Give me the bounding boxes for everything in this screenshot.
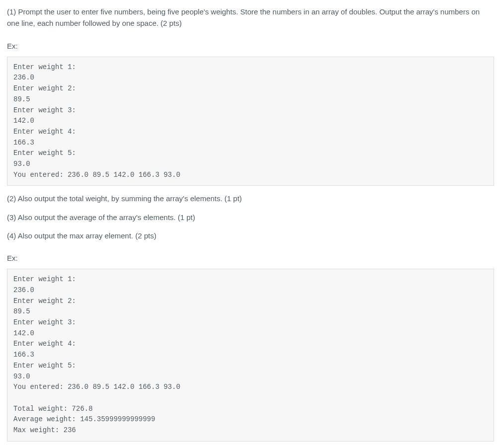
example-output-1: Enter weight 1: 236.0 Enter weight 2: 89… [7, 57, 494, 186]
instruction-3: (3) Also output the average of the array… [7, 212, 494, 223]
instruction-2: (2) Also output the total weight, by sum… [7, 193, 494, 204]
example-label-2: Ex: [7, 252, 494, 264]
instruction-1: (1) Prompt the user to enter five number… [7, 6, 494, 29]
instruction-4: (4) Also output the max array element. (… [7, 230, 494, 241]
example-output-2: Enter weight 1: 236.0 Enter weight 2: 89… [7, 269, 494, 441]
example-label-1: Ex: [7, 40, 494, 52]
